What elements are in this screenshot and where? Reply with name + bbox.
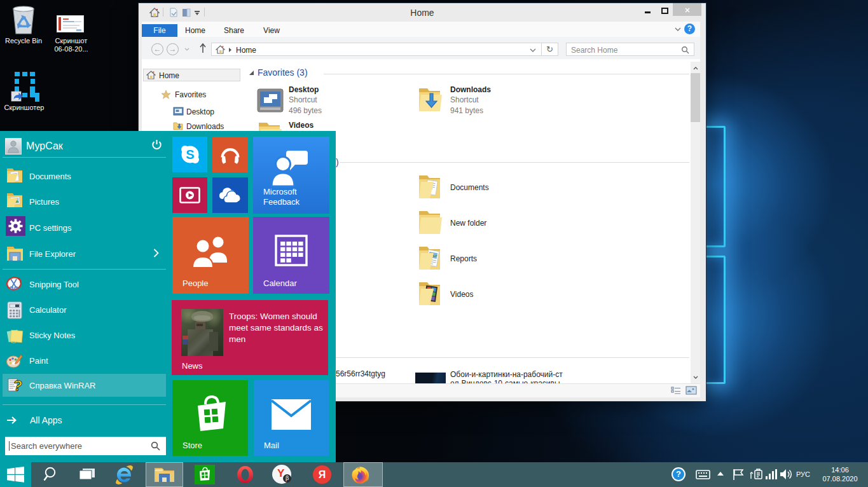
svg-text:?: ? (12, 378, 23, 394)
svg-text:S: S (186, 147, 194, 161)
